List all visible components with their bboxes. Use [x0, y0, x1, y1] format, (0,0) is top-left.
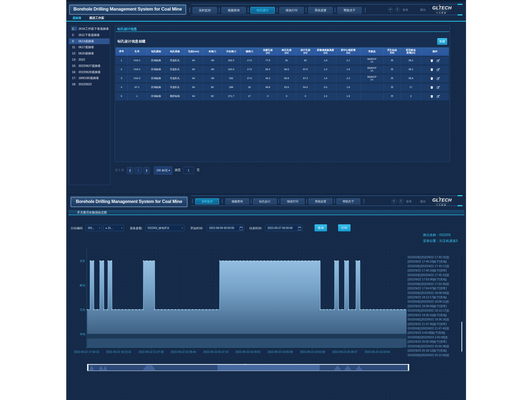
svg-text:2022-09-22 17:40:16: 2022-09-22 17:40:16 — [74, 350, 99, 353]
svg-text:2022-09-23 19:06:48: 2022-09-23 19:06:48 — [268, 350, 293, 353]
svg-text:无电: 无电 — [80, 308, 85, 311]
svg-text:2022-09-24 10:10:04: 2022-09-24 10:10:04 — [365, 350, 390, 353]
svg-text:2022-09-23 10:39:01: 2022-09-23 10:39:01 — [236, 350, 261, 353]
svg-text:2022-09-23 19:53:08: 2022-09-23 19:53:08 — [300, 350, 325, 353]
svg-text:2022-09-22 18:23:31: 2022-09-22 18:23:31 — [106, 350, 131, 353]
svg-text:异常: 异常 — [80, 260, 85, 263]
svg-text:2022-09-23 02:37:19: 2022-09-23 02:37:19 — [203, 350, 229, 353]
svg-text:2022-09-22 21:47:36: 2022-09-22 21:47:36 — [139, 350, 164, 353]
svg-text:有电: 有电 — [80, 333, 85, 336]
svg-text:2022-09-23 20:28:07: 2022-09-23 20:28:07 — [332, 350, 358, 353]
svg-text:断线: 断线 — [80, 284, 85, 287]
svg-text:2022-09-22 22:28:44: 2022-09-22 22:28:44 — [171, 350, 196, 353]
